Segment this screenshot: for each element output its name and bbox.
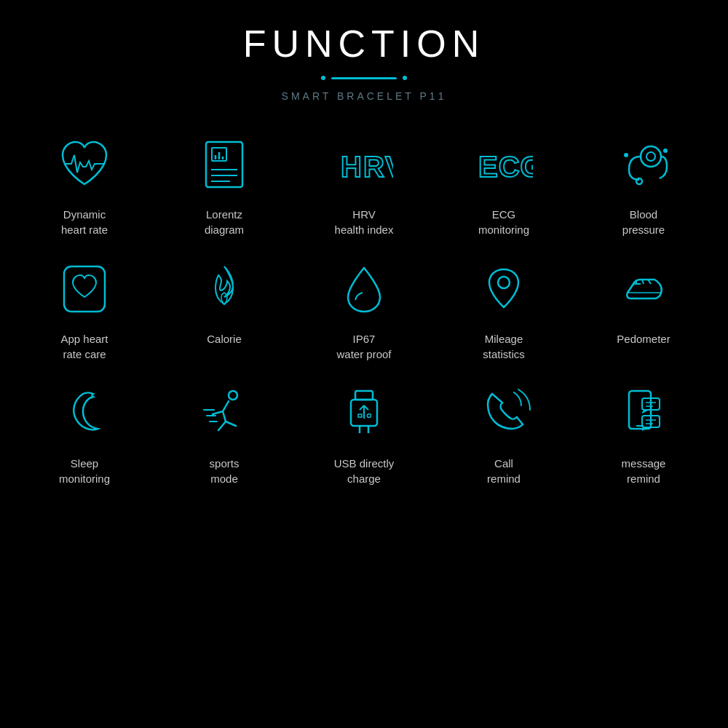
feature-mileage-statistics: Mileagestatistics — [434, 248, 574, 365]
features-grid: Dynamicheart rate Lorentzdiagram — [15, 124, 713, 490]
feature-sleep-monitoring: Sleepmonitoring — [15, 373, 154, 490]
feature-label-mileage-statistics: Mileagestatistics — [483, 331, 525, 362]
feature-label-calorie: Calorie — [207, 331, 242, 347]
feature-label-sports-mode: sportsmode — [210, 456, 240, 486]
subtitle: SMART BRACELET P11 — [282, 90, 447, 102]
feature-label-usb-directly-charge: USB directlycharge — [334, 456, 395, 486]
feature-label-ip67-water-proof: IP67water proof — [336, 331, 391, 362]
app-heart-icon — [52, 256, 117, 321]
svg-point-11 — [646, 152, 655, 161]
ecg-icon: ECG — [471, 131, 537, 197]
feature-app-heart-rate-care: App heartrate care — [15, 248, 154, 365]
feature-dynamic-heart-rate: Dynamicheart rate — [15, 124, 154, 241]
svg-point-12 — [636, 178, 642, 184]
hrv-icon: HRV — [331, 131, 397, 197]
heart-rate-icon — [52, 131, 117, 197]
calorie-icon — [191, 256, 257, 321]
feature-hrv-health-index: HRV HRVhealth index — [294, 124, 434, 241]
feature-usb-directly-charge: USB directlycharge — [294, 373, 434, 490]
blood-pressure-icon — [611, 131, 676, 197]
feature-label-hrv-health-index: HRVhealth index — [335, 207, 394, 237]
dot-right — [403, 76, 407, 80]
feature-label-lorentz-diagram: Lorentzdiagram — [205, 207, 244, 237]
svg-rect-15 — [64, 266, 105, 312]
svg-point-13 — [624, 153, 628, 157]
svg-rect-28 — [358, 414, 362, 417]
feature-blood-pressure: Bloodpressure — [574, 124, 713, 241]
feature-label-dynamic-heart-rate: Dynamicheart rate — [61, 207, 108, 237]
message-icon — [611, 380, 676, 446]
usb-icon — [331, 380, 397, 446]
svg-point-16 — [498, 277, 510, 288]
svg-text:ECG: ECG — [478, 151, 533, 183]
feature-message-remind: messageremind — [574, 373, 713, 490]
call-icon — [471, 380, 537, 446]
water-drop-icon — [331, 256, 397, 321]
dot-left — [321, 76, 325, 80]
page-title: FUNCTION — [243, 22, 486, 66]
location-icon — [471, 256, 537, 321]
feature-label-ecg-monitoring: ECGmonitoring — [478, 207, 529, 237]
svg-text:HRV: HRV — [341, 151, 393, 183]
feature-lorentz-diagram: Lorentzdiagram — [154, 124, 294, 241]
feature-label-message-remind: messageremind — [622, 456, 666, 486]
feature-label-blood-pressure: Bloodpressure — [622, 207, 665, 237]
divider — [321, 76, 407, 80]
feature-ip67-water-proof: IP67water proof — [294, 248, 434, 365]
pedometer-icon — [611, 256, 676, 321]
feature-calorie: Calorie — [154, 248, 294, 365]
feature-sports-mode: sportsmode — [154, 373, 294, 490]
feature-call-remind: Callremind — [434, 373, 574, 490]
feature-label-sleep-monitoring: Sleepmonitoring — [59, 456, 110, 486]
svg-rect-21 — [355, 391, 373, 400]
svg-point-14 — [663, 149, 668, 153]
sports-icon — [191, 380, 257, 446]
svg-point-10 — [641, 146, 661, 167]
feature-label-pedometer: Pedometer — [617, 331, 670, 347]
svg-point-17 — [229, 391, 237, 400]
feature-label-call-remind: Callremind — [487, 456, 521, 486]
lorentz-icon — [191, 131, 257, 197]
page: FUNCTION SMART BRACELET P11 Dynamicheart… — [0, 0, 728, 728]
feature-pedometer: Pedometer — [574, 248, 713, 365]
sleep-icon — [52, 380, 117, 446]
svg-point-29 — [368, 414, 371, 418]
feature-ecg-monitoring: ECG ECGmonitoring — [434, 124, 574, 241]
feature-label-app-heart-rate-care: App heartrate care — [60, 331, 108, 362]
divider-line — [331, 77, 397, 79]
